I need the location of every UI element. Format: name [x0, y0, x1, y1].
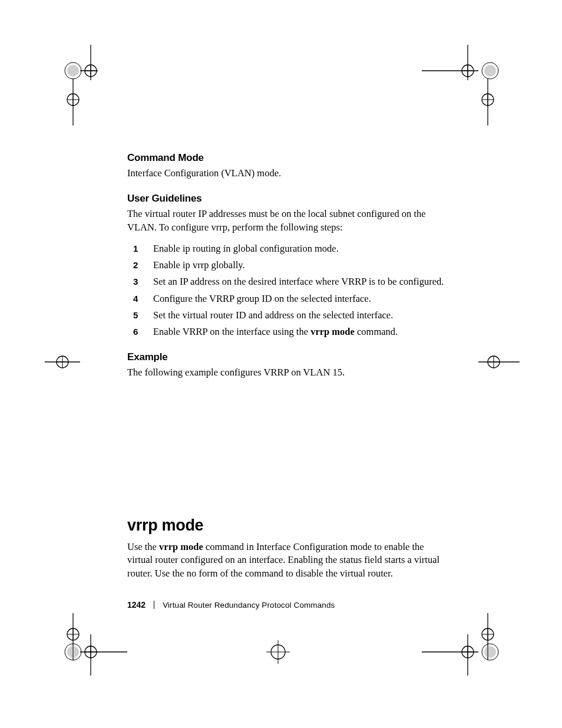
crop-mark-icon: [45, 78, 92, 126]
step-number: 2: [127, 259, 153, 271]
text-user-guidelines-intro: The virtual router IP addresses must be …: [127, 207, 445, 234]
step-item: 6 Enable VRRP on the interface using the…: [127, 325, 445, 338]
step-text: Enable ip vrrp globally.: [153, 259, 445, 272]
vrrp-text-bold: vrrp mode: [159, 541, 203, 552]
step-text: Enable VRRP on the interface using the v…: [153, 325, 445, 338]
crop-mark-icon: [45, 634, 127, 681]
step-item: 3 Set an IP address on the desired inter…: [127, 275, 445, 288]
step-item: 4 Configure the VRRP group ID on the sel…: [127, 292, 445, 305]
heading-command-mode: Command Mode: [127, 152, 445, 164]
step-text-post: command.: [355, 326, 398, 337]
heading-vrrp-mode: vrrp mode: [127, 516, 445, 535]
footer-section-title: Virtual Router Redundancy Protocol Comma…: [163, 601, 335, 610]
vrrp-text-pre: Use the: [127, 541, 159, 552]
step-text: Set the virtual router ID and address on…: [153, 309, 445, 322]
svg-point-6: [67, 65, 79, 77]
svg-point-51: [484, 646, 496, 658]
step-number: 1: [127, 243, 153, 255]
step-item: 1 Enable ip routing in global configurat…: [127, 242, 445, 255]
page-footer: 1242 Virtual Router Redundancy Protocol …: [127, 600, 445, 610]
step-text-pre: Enable VRRP on the interface using the: [153, 326, 310, 337]
step-number: 6: [127, 326, 153, 338]
crop-mark-icon: [467, 344, 520, 391]
crop-mark-icon: [422, 634, 522, 681]
step-text: Enable ip routing in global configuratio…: [153, 242, 445, 255]
heading-example: Example: [127, 351, 445, 363]
steps-list: 1 Enable ip routing in global configurat…: [127, 242, 445, 339]
page-number: 1242: [127, 600, 146, 610]
step-text-bold: vrrp mode: [310, 326, 355, 337]
text-example: The following example configures VRRP on…: [127, 366, 445, 379]
step-number: 5: [127, 309, 153, 321]
step-number: 3: [127, 276, 153, 288]
svg-point-17: [484, 65, 496, 77]
step-text: Configure the VRRP group ID on the selec…: [153, 292, 445, 305]
step-number: 4: [127, 293, 153, 305]
step-text: Set an IP address on the desired interfa…: [153, 275, 445, 288]
crop-mark-icon: [45, 45, 98, 80]
crop-mark-icon: [422, 45, 522, 80]
svg-point-44: [67, 646, 79, 658]
crop-mark-icon: [467, 78, 514, 126]
crop-mark-icon: [45, 344, 92, 391]
heading-user-guidelines: User Guidelines: [127, 193, 445, 205]
crop-mark-icon: [254, 634, 302, 681]
text-vrrp-mode: Use the vrrp mode command in Interface C…: [127, 541, 445, 580]
text-command-mode: Interface Configuration (VLAN) mode.: [127, 167, 445, 180]
step-item: 2 Enable ip vrrp globally.: [127, 259, 445, 272]
footer-divider-icon: [154, 601, 154, 609]
step-item: 5 Set the virtual router ID and address …: [127, 309, 445, 322]
